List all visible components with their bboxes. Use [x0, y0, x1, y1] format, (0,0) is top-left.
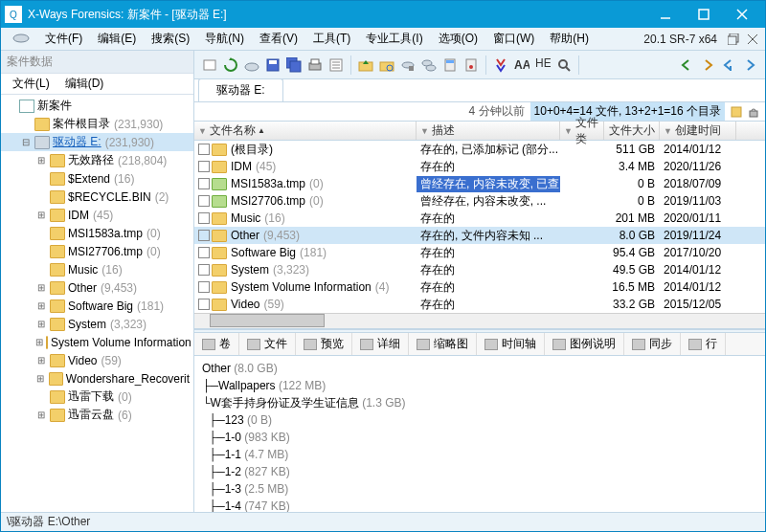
detail-tab-4[interactable]: 缩略图: [409, 333, 477, 356]
row-checkbox[interactable]: [198, 161, 210, 172]
table-row[interactable]: MSI1583a.tmp(0)曾经存在, 内容未改变, 已查看0 B2018/0…: [194, 175, 765, 192]
calculator-icon[interactable]: [440, 55, 460, 75]
table-row[interactable]: Video(59)存在的33.2 GB2015/12/05: [194, 296, 765, 313]
menu-0[interactable]: 文件(F): [37, 30, 90, 47]
row-checkbox[interactable]: [198, 230, 210, 241]
detail-tab-6[interactable]: 图例说明: [545, 333, 624, 356]
tree-item[interactable]: ·MSI27706.tmp(0): [1, 242, 193, 260]
menu-2[interactable]: 搜索(S): [144, 30, 197, 47]
detail-tab-7[interactable]: 同步: [624, 333, 681, 356]
column-size[interactable]: 文件大小: [604, 122, 660, 140]
back-icon[interactable]: [677, 55, 696, 75]
column-filename[interactable]: ▼文件名称▲: [194, 122, 417, 140]
tree-item[interactable]: ⊞Video(59): [1, 351, 193, 369]
save-icon[interactable]: [263, 55, 282, 75]
back-down-icon[interactable]: [719, 55, 738, 75]
tree-item[interactable]: ·案件根目录(231,930): [1, 115, 193, 133]
tree-item[interactable]: ⊞无效路径(218,804): [1, 151, 193, 169]
tree-item[interactable]: ⊞IDM(45): [1, 206, 193, 224]
forward-down-icon[interactable]: [740, 55, 759, 75]
detail-tab-8[interactable]: 行: [681, 333, 726, 356]
clone-icon[interactable]: [419, 55, 439, 75]
menu-8[interactable]: 窗口(W): [485, 30, 542, 47]
row-checkbox[interactable]: [198, 212, 210, 224]
menu-7[interactable]: 选项(O): [431, 30, 485, 47]
tree-item[interactable]: ⊟驱动器 E:(231,930): [1, 133, 193, 151]
tab-drive-e[interactable]: 驱动器 E:: [198, 78, 283, 101]
detail-tab-3[interactable]: 详细: [352, 333, 409, 356]
menu-6[interactable]: 专业工具(I): [358, 30, 430, 47]
tree-item[interactable]: ·MSI1583a.tmp(0): [1, 224, 193, 242]
table-row[interactable]: System Volume Information(4)存在的16.5 MB20…: [194, 278, 765, 296]
open-drive-icon[interactable]: [242, 55, 261, 75]
detail-tab-label: 行: [706, 336, 717, 352]
menu-1[interactable]: 编辑(E): [90, 30, 144, 47]
table-row[interactable]: Software Big(181)存在的95.4 GB2017/10/20: [194, 244, 765, 261]
table-row[interactable]: MSI27706.tmp(0)曾经存在, 内容未改变, ...0 B2019/1…: [194, 192, 765, 210]
table-row[interactable]: IDM(45)存在的3.4 MB2020/11/26: [194, 158, 765, 175]
table-row[interactable]: (根目录)存在的, 已添加标记 (部分...511 GB2014/01/12: [194, 141, 765, 158]
find-text-icon[interactable]: AA: [512, 55, 531, 75]
preview-pane[interactable]: Other (8.0 GB)├─Wallpapers (122 MB)└W套手持…: [194, 356, 765, 512]
case-menu-0[interactable]: 文件(L): [5, 75, 57, 92]
tree-item[interactable]: ·$Extend(16): [1, 169, 193, 188]
row-checkbox[interactable]: [198, 195, 210, 207]
hash-icon[interactable]: [462, 55, 481, 75]
row-checkbox[interactable]: [198, 281, 210, 293]
properties-icon[interactable]: [327, 55, 346, 75]
menu-9[interactable]: 帮助(H): [542, 30, 597, 47]
detail-tab-0[interactable]: 卷: [194, 333, 239, 356]
maximize-button[interactable]: [685, 1, 723, 28]
row-checkbox[interactable]: [198, 247, 210, 258]
folder-up-icon[interactable]: [356, 55, 375, 75]
lock-icon[interactable]: [746, 104, 761, 120]
close-child-window-button[interactable]: [744, 31, 761, 48]
find-icon[interactable]: [491, 55, 510, 75]
save-all-icon[interactable]: [284, 55, 304, 75]
column-filetype[interactable]: ▼文件类: [560, 122, 604, 140]
tree-item[interactable]: ·迅雷下载(0): [1, 388, 193, 406]
tree-item[interactable]: ·新案件: [1, 97, 193, 115]
table-row[interactable]: System(3,323)存在的49.5 GB2014/01/12: [194, 261, 765, 278]
explorer-icon[interactable]: [377, 55, 396, 75]
detail-tab-2[interactable]: 预览: [296, 333, 352, 356]
tree-item[interactable]: ⊞Software Big(181): [1, 297, 193, 315]
find-hex-icon[interactable]: HEX: [533, 55, 552, 75]
tree-item[interactable]: ·$RECYCLE.BIN(2): [1, 188, 193, 206]
column-created[interactable]: ▼创建时间: [660, 122, 736, 140]
row-checkbox[interactable]: [198, 144, 210, 155]
tree-item[interactable]: ⊞Wondershare_Recoverit: [1, 369, 193, 388]
row-checkbox[interactable]: [198, 299, 210, 310]
row-checkbox[interactable]: [198, 178, 210, 189]
refresh-icon[interactable]: [221, 55, 240, 75]
main-icon[interactable]: [5, 29, 37, 49]
search-icon[interactable]: [554, 55, 574, 75]
forward-icon[interactable]: [698, 55, 717, 75]
new-case-icon[interactable]: [200, 55, 219, 75]
table-row[interactable]: Other(9,453)存在的, 文件内容未知 ...8.0 GB2019/11…: [194, 227, 765, 244]
menu-3[interactable]: 导航(N): [197, 30, 252, 47]
table-header[interactable]: ▼文件名称▲ ▼描述 ▼文件类 文件大小 ▼创建时间: [194, 122, 765, 141]
menu-4[interactable]: 查看(V): [252, 30, 305, 47]
menu-5[interactable]: 工具(T): [305, 30, 358, 47]
tree-item[interactable]: ⊞System(3,323): [1, 315, 193, 333]
column-description[interactable]: ▼描述: [417, 122, 560, 140]
case-menu-1[interactable]: 编辑(D): [57, 75, 112, 92]
tree-item[interactable]: ⊞迅雷云盘(6): [1, 406, 193, 424]
filter-icon[interactable]: [729, 104, 744, 120]
restore-child-window-button[interactable]: [725, 31, 742, 48]
row-count: (0): [309, 177, 324, 190]
tree-item[interactable]: ⊞System Volume Information: [1, 333, 193, 351]
detail-tab-5[interactable]: 时间轴: [477, 333, 545, 356]
table-row[interactable]: Music(16)存在的201 MB2020/01/11: [194, 210, 765, 227]
case-tree[interactable]: ·新案件·案件根目录(231,930)⊟驱动器 E:(231,930)⊞无效路径…: [1, 95, 193, 512]
close-button[interactable]: [723, 1, 761, 28]
row-checkbox[interactable]: [198, 264, 210, 276]
disk-tool-icon[interactable]: [398, 55, 417, 75]
print-icon[interactable]: [305, 55, 325, 75]
minimize-button[interactable]: [646, 1, 685, 28]
tree-item[interactable]: ⊞Other(9,453): [1, 278, 193, 297]
tree-item[interactable]: ·Music(16): [1, 260, 193, 278]
horizontal-scrollbar[interactable]: [194, 313, 765, 328]
detail-tab-1[interactable]: 文件: [239, 333, 296, 356]
